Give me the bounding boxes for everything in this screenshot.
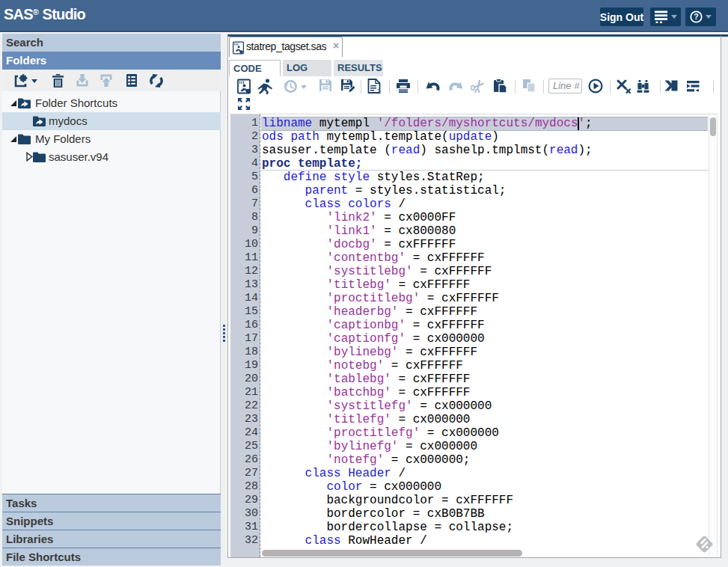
- svg-text:;: ;: [376, 88, 380, 94]
- svg-text:?: ?: [694, 12, 698, 21]
